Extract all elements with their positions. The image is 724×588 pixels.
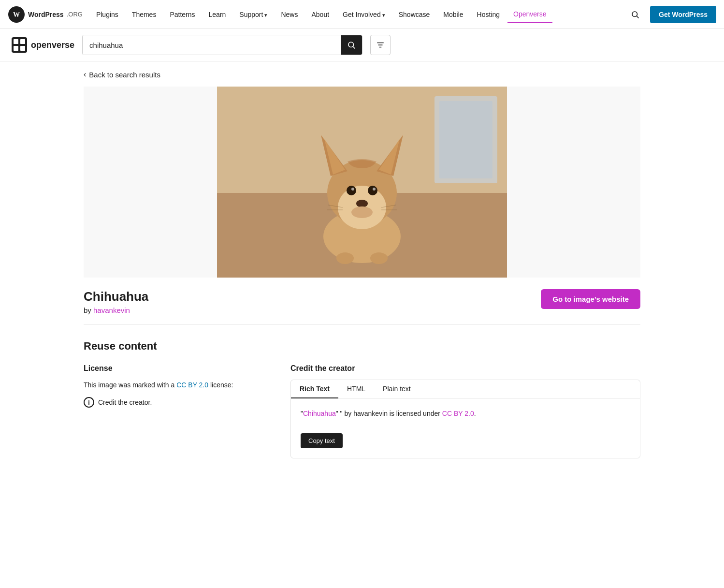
svg-point-33 bbox=[370, 252, 388, 264]
author-prefix: by bbox=[84, 306, 91, 314]
search-submit-button[interactable] bbox=[341, 35, 362, 55]
nav-item-learn[interactable]: Learn bbox=[203, 7, 232, 22]
nav-item-news[interactable]: News bbox=[275, 7, 304, 22]
credit-creator-label: Credit the creator. bbox=[98, 398, 152, 406]
nav-item-mobile[interactable]: Mobile bbox=[437, 7, 469, 22]
tab-plain-text[interactable]: Plain text bbox=[374, 380, 420, 398]
nav-item-hosting[interactable]: Hosting bbox=[471, 7, 506, 22]
image-title-block: Chihuahua by havankevin bbox=[84, 289, 148, 314]
search-bar bbox=[82, 35, 362, 55]
back-arrow-icon: ‹ bbox=[84, 70, 86, 79]
image-info-row: Chihuahua by havankevin Go to image's we… bbox=[84, 278, 640, 324]
nav-item-openverse[interactable]: Openverse bbox=[507, 6, 552, 23]
credit-period: . bbox=[474, 410, 476, 417]
filter-button[interactable] bbox=[370, 35, 391, 55]
svg-point-29 bbox=[373, 188, 376, 191]
search-input[interactable] bbox=[83, 35, 341, 55]
info-icon: i bbox=[84, 397, 94, 408]
nav-item-showcase[interactable]: Showcase bbox=[393, 7, 436, 22]
credit-license-link[interactable]: CC BY 2.0 bbox=[442, 410, 474, 417]
svg-line-3 bbox=[637, 16, 638, 18]
openverse-header: openverse bbox=[0, 29, 724, 61]
license-link[interactable]: CC BY 2.0 bbox=[176, 381, 208, 389]
main-image bbox=[217, 87, 507, 278]
svg-point-9 bbox=[348, 42, 354, 47]
search-icon[interactable] bbox=[626, 5, 644, 24]
svg-text:W: W bbox=[13, 11, 20, 18]
license-column: License This image was marked with a CC … bbox=[84, 364, 267, 408]
svg-point-32 bbox=[336, 252, 354, 264]
openverse-logo-icon bbox=[12, 37, 27, 53]
credit-column: Credit the creator Rich Text HTML Plain … bbox=[290, 364, 640, 458]
license-text-prefix: This image was marked with a bbox=[84, 381, 174, 389]
credit-by: " by bbox=[340, 410, 352, 417]
credit-creator-row: i Credit the creator. bbox=[84, 397, 267, 408]
nav-item-get-involved[interactable]: Get Involved bbox=[337, 7, 391, 22]
credit-licensed: is licensed under bbox=[390, 410, 440, 417]
svg-point-26 bbox=[347, 186, 356, 195]
author-link[interactable]: havankevin bbox=[93, 306, 130, 314]
tab-rich-text[interactable]: Rich Text bbox=[291, 380, 338, 398]
license-text-suffix: license: bbox=[210, 381, 233, 389]
nav-item-about[interactable]: About bbox=[305, 7, 335, 22]
image-title: Chihuahua bbox=[84, 289, 148, 304]
search-submit-icon bbox=[347, 41, 356, 49]
credit-heading: Credit the creator bbox=[290, 364, 640, 373]
back-link-label: Back to search results bbox=[89, 71, 160, 79]
reuse-section-title: Reuse content bbox=[84, 340, 640, 353]
wordpress-logo[interactable]: W WordPress.ORG bbox=[8, 6, 83, 23]
wp-logo-icon: W bbox=[8, 6, 25, 23]
nav-item-plugins[interactable]: Plugins bbox=[90, 7, 124, 22]
tabs-row: Rich Text HTML Plain text bbox=[291, 380, 640, 398]
license-description: This image was marked with a CC BY 2.0 l… bbox=[84, 380, 267, 390]
top-nav: W WordPress.ORG Plugins Themes Patterns … bbox=[0, 0, 724, 29]
svg-rect-8 bbox=[20, 46, 25, 51]
openverse-logo-text: openverse bbox=[31, 40, 74, 50]
nav-item-patterns[interactable]: Patterns bbox=[164, 7, 201, 22]
openverse-logo[interactable]: openverse bbox=[12, 37, 74, 53]
credit-rich-text: "Chihuahua" " by havankevin is licensed … bbox=[301, 408, 630, 420]
license-heading: License bbox=[84, 364, 267, 373]
credit-content-area: "Chihuahua" " by havankevin is licensed … bbox=[291, 398, 640, 458]
svg-point-2 bbox=[632, 12, 637, 17]
svg-point-28 bbox=[351, 188, 354, 191]
copy-text-button[interactable]: Copy text bbox=[301, 433, 343, 448]
back-to-search-link[interactable]: ‹ Back to search results bbox=[84, 61, 640, 87]
image-author: by havankevin bbox=[84, 306, 148, 314]
image-container bbox=[84, 87, 640, 278]
nav-item-support[interactable]: Support bbox=[233, 7, 273, 22]
get-wordpress-button[interactable]: Get WordPress bbox=[650, 6, 716, 23]
svg-rect-5 bbox=[14, 39, 18, 44]
nav-item-themes[interactable]: Themes bbox=[126, 7, 162, 22]
wp-logo-org: .ORG bbox=[67, 11, 83, 18]
tabs-container: Rich Text HTML Plain text "Chihuahua" " … bbox=[290, 380, 640, 458]
svg-point-27 bbox=[368, 186, 377, 195]
page-content: ‹ Back to search results bbox=[72, 61, 652, 458]
svg-rect-6 bbox=[20, 39, 25, 44]
svg-rect-18 bbox=[439, 101, 492, 178]
credit-author-link[interactable]: havankevin bbox=[353, 410, 388, 417]
reuse-section: Reuse content License This image was mar… bbox=[84, 340, 640, 458]
svg-line-10 bbox=[353, 46, 355, 48]
tab-html[interactable]: HTML bbox=[338, 380, 374, 398]
filter-icon bbox=[376, 41, 385, 49]
wp-logo-text: WordPress bbox=[28, 11, 64, 18]
svg-point-31 bbox=[351, 206, 373, 218]
svg-point-30 bbox=[356, 200, 368, 207]
credit-image-link[interactable]: Chihuahua bbox=[303, 410, 336, 417]
go-to-image-website-button[interactable]: Go to image's website bbox=[541, 289, 640, 309]
svg-rect-7 bbox=[14, 46, 18, 51]
two-col-layout: License This image was marked with a CC … bbox=[84, 364, 640, 458]
